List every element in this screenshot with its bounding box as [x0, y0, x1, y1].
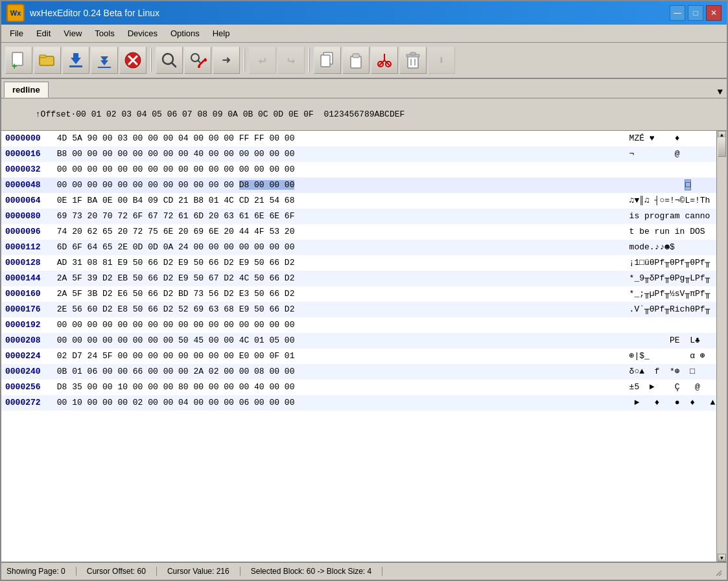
svg-rect-22: [351, 56, 361, 68]
hex-row: 0000240 0B 01 06 00 00 66 00 00 00 2A 02…: [1, 364, 727, 380]
hex-content-area: 0000000 4D 5A 90 00 03 00 00 00 04 00 00…: [1, 131, 727, 562]
find-cut-button[interactable]: [184, 47, 211, 74]
svg-rect-5: [73, 53, 78, 58]
hex-row: 0000032 00 00 00 00 00 00 00 00 00 00 00…: [1, 162, 727, 177]
find-button[interactable]: [156, 47, 183, 74]
svg-rect-3: [40, 55, 46, 58]
save-down-button[interactable]: [62, 47, 89, 74]
title-bar-left: Wx wxHexEditor 0.24 Beta for Linux: [6, 4, 159, 22]
menu-bar: File Edit View Tools Devices Options Hel…: [1, 25, 727, 43]
menu-devices[interactable]: Devices: [122, 26, 163, 41]
hex-row: 0000208 00 00 00 00 00 00 00 00 50 45 00…: [1, 333, 727, 348]
svg-rect-21: [321, 55, 330, 67]
svg-rect-29: [408, 56, 418, 68]
scroll-down-button[interactable]: ▼: [718, 554, 726, 562]
menu-options[interactable]: Options: [165, 26, 205, 41]
menu-view[interactable]: View: [58, 26, 88, 41]
paste-button[interactable]: [342, 47, 370, 74]
minimize-button[interactable]: —: [670, 5, 685, 21]
tab-redline[interactable]: redline: [4, 82, 49, 98]
status-cursor-offset: Cursor Offset: 60: [76, 567, 157, 576]
undo-button[interactable]: ↩: [249, 47, 276, 74]
vertical-scrollbar[interactable]: ▲ ▼: [716, 131, 727, 562]
status-page: Showing Page: 0: [6, 567, 76, 576]
svg-rect-23: [353, 54, 359, 58]
svg-marker-8: [100, 60, 108, 65]
hex-row: 0000272 00 10 00 00 00 02 00 00 04 00 00…: [1, 395, 727, 411]
hex-editor: ↑Offset·00 01 02 03 04 05 06 07 08 09 0A…: [1, 98, 727, 562]
delete-button[interactable]: [399, 47, 427, 74]
close-button[interactable]: ✕: [706, 5, 722, 21]
hex-row: 0000128 AD 31 08 81 E9 50 66 D2 E9 50 66…: [1, 255, 727, 271]
svg-marker-4: [71, 58, 81, 64]
hex-row: 0000112 6D 6F 64 65 2E 0D 0D 0A 24 00 00…: [1, 240, 727, 255]
stop-button[interactable]: [119, 47, 147, 74]
app-icon: Wx: [6, 4, 25, 22]
svg-line-34: [716, 571, 722, 576]
svg-line-35: [719, 573, 722, 576]
main-window: Wx wxHexEditor 0.24 Beta for Linux — □ ✕…: [0, 0, 728, 581]
status-cursor-value: Cursor Value: 216: [157, 567, 241, 576]
hex-row: 0000144 2A 5F 39 D2 EB 50 66 D2 E9 50 67…: [1, 271, 727, 286]
save-as-button[interactable]: [91, 47, 118, 74]
tab-label: redline: [12, 85, 40, 95]
hex-row: 0000096 74 20 62 65 20 72 75 6E 20 69 6E…: [1, 224, 727, 240]
svg-rect-33: [410, 52, 416, 55]
hex-row: 0000016 B8 00 00 00 00 00 00 00 00 40 00…: [1, 146, 727, 162]
toolbar-separator-3: [309, 49, 310, 72]
hex-row: 0000224 02 D7 24 5F 00 00 00 00 00 00 00…: [1, 348, 727, 364]
hex-row: 0000064 0E 1F BA 0E 00 B4 09 CD 21 B8 01…: [1, 193, 727, 209]
svg-text:+: +: [12, 62, 17, 69]
redo-button[interactable]: ↪: [277, 47, 305, 74]
svg-point-18: [198, 65, 200, 68]
svg-line-14: [172, 63, 176, 67]
hex-row: 0000256 D8 35 00 00 10 00 00 00 80 00 00…: [1, 380, 727, 395]
hex-row: 0000080 69 73 20 70 72 6F 67 72 61 6D 20…: [1, 209, 727, 224]
hex-row: 0000048 00 00 00 00 00 00 00 00 00 00 00…: [1, 177, 727, 193]
copy-button[interactable]: [314, 47, 341, 74]
svg-point-19: [204, 59, 207, 62]
title-bar-buttons: — □ ✕: [670, 5, 722, 21]
status-bar: Showing Page: 0 Cursor Offset: 60 Cursor…: [1, 562, 727, 580]
toolbar: + ➜ ↩: [1, 43, 727, 79]
tab-bar-wrapper: redline ▼: [1, 79, 727, 98]
hex-row: 0000000 4D 5A 90 00 03 00 00 00 04 00 00…: [1, 131, 727, 146]
hex-column-header: ↑Offset·00 01 02 03 04 05 06 07 08 09 0A…: [1, 98, 727, 131]
hex-row: 0000160 2A 5F 3B D2 E6 50 66 D2 BD 73 56…: [1, 286, 727, 302]
toolbar-separator-2: [244, 49, 245, 72]
cut-button[interactable]: [371, 47, 398, 74]
toolbar-separator-1: [150, 49, 152, 72]
menu-help[interactable]: Help: [207, 26, 236, 41]
goto-button[interactable]: ➜: [213, 47, 240, 74]
menu-file[interactable]: File: [4, 26, 29, 41]
tab-dropdown-arrow[interactable]: ▼: [718, 86, 723, 97]
title-bar: Wx wxHexEditor 0.24 Beta for Linux — □ ✕: [1, 1, 727, 25]
hex-row: 0000192 00 00 00 00 00 00 00 00 00 00 00…: [1, 317, 727, 333]
svg-line-16: [198, 60, 200, 63]
window-title: wxHexEditor 0.24 Beta for Linux: [30, 8, 159, 18]
menu-tools[interactable]: Tools: [89, 26, 120, 41]
new-file-button[interactable]: +: [5, 47, 32, 74]
resize-grip[interactable]: [712, 567, 722, 576]
maximize-button[interactable]: □: [688, 5, 703, 21]
scroll-thumb[interactable]: [718, 137, 726, 157]
svg-rect-6: [69, 65, 82, 67]
menu-edit[interactable]: Edit: [30, 26, 56, 41]
status-selected-block: Selected Block: 60 -> Block Size: 4: [241, 567, 382, 576]
svg-rect-9: [98, 67, 111, 68]
down-button[interactable]: ⬇: [428, 47, 455, 74]
open-file-button[interactable]: [34, 47, 61, 74]
hex-row: 0000176 2E 56 60 D2 E8 50 66 D2 52 69 63…: [1, 302, 727, 317]
